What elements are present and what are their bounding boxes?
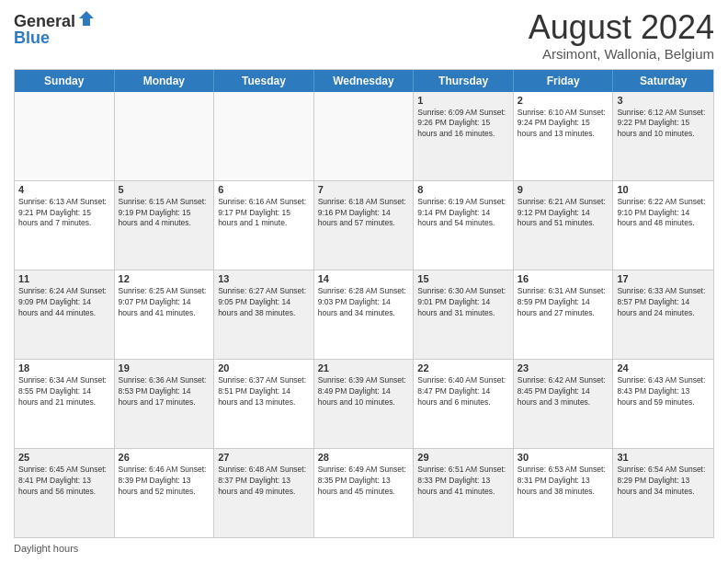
day-number: 2 [518, 95, 609, 106]
day-info: Sunrise: 6:46 AM Sunset: 8:39 PM Dayligh… [119, 465, 210, 498]
day-cell-8: 8Sunrise: 6:19 AM Sunset: 9:14 PM Daylig… [414, 181, 514, 270]
day-info: Sunrise: 6:27 AM Sunset: 9:05 PM Dayligh… [218, 286, 310, 319]
day-info: Sunrise: 6:28 AM Sunset: 9:03 PM Dayligh… [318, 286, 410, 319]
day-number: 31 [617, 452, 710, 463]
day-cell-19: 19Sunrise: 6:36 AM Sunset: 8:53 PM Dayli… [115, 360, 215, 448]
day-cell-3: 3Sunrise: 6:12 AM Sunset: 9:22 PM Daylig… [613, 92, 713, 180]
calendar: SundayMondayTuesdayWednesdayThursdayFrid… [14, 69, 714, 538]
day-number: 24 [617, 362, 710, 373]
day-cell-20: 20Sunrise: 6:37 AM Sunset: 8:51 PM Dayli… [214, 360, 314, 448]
footer-text: Daylight hours [14, 543, 78, 554]
day-info: Sunrise: 6:42 AM Sunset: 8:45 PM Dayligh… [518, 375, 609, 408]
empty-cell [15, 92, 115, 180]
header-day-sunday: Sunday [15, 70, 115, 92]
day-info: Sunrise: 6:18 AM Sunset: 9:16 PM Dayligh… [318, 197, 410, 230]
day-number: 17 [617, 273, 710, 284]
day-number: 13 [218, 273, 310, 284]
header: General Blue August 2024 Arsimont, Wallo… [14, 9, 714, 62]
day-cell-31: 31Sunrise: 6:54 AM Sunset: 8:29 PM Dayli… [613, 449, 713, 537]
day-info: Sunrise: 6:37 AM Sunset: 8:51 PM Dayligh… [218, 375, 310, 408]
calendar-body: 1Sunrise: 6:09 AM Sunset: 9:26 PM Daylig… [15, 92, 713, 537]
header-day-monday: Monday [115, 70, 215, 92]
day-cell-24: 24Sunrise: 6:43 AM Sunset: 8:43 PM Dayli… [613, 360, 713, 448]
header-day-thursday: Thursday [414, 70, 514, 92]
day-number: 4 [18, 184, 110, 195]
day-number: 7 [318, 184, 410, 195]
day-info: Sunrise: 6:54 AM Sunset: 8:29 PM Dayligh… [617, 465, 710, 498]
day-cell-1: 1Sunrise: 6:09 AM Sunset: 9:26 PM Daylig… [414, 92, 514, 180]
svg-marker-0 [79, 11, 94, 26]
day-cell-28: 28Sunrise: 6:49 AM Sunset: 8:35 PM Dayli… [314, 449, 415, 537]
day-info: Sunrise: 6:48 AM Sunset: 8:37 PM Dayligh… [218, 465, 310, 498]
day-cell-27: 27Sunrise: 6:48 AM Sunset: 8:37 PM Dayli… [214, 449, 314, 537]
day-info: Sunrise: 6:40 AM Sunset: 8:47 PM Dayligh… [417, 375, 509, 408]
day-cell-25: 25Sunrise: 6:45 AM Sunset: 8:41 PM Dayli… [15, 449, 115, 537]
day-number: 23 [518, 362, 609, 373]
day-number: 11 [18, 273, 110, 284]
day-cell-13: 13Sunrise: 6:27 AM Sunset: 9:05 PM Dayli… [214, 270, 314, 359]
day-number: 15 [417, 273, 509, 284]
day-number: 27 [218, 452, 310, 463]
day-info: Sunrise: 6:31 AM Sunset: 8:59 PM Dayligh… [518, 286, 609, 319]
day-info: Sunrise: 6:49 AM Sunset: 8:35 PM Dayligh… [318, 465, 410, 498]
day-info: Sunrise: 6:34 AM Sunset: 8:55 PM Dayligh… [18, 375, 110, 408]
footer: Daylight hours [14, 543, 714, 554]
day-info: Sunrise: 6:45 AM Sunset: 8:41 PM Dayligh… [18, 465, 110, 498]
empty-cell [314, 92, 415, 180]
day-number: 6 [218, 184, 310, 195]
day-info: Sunrise: 6:39 AM Sunset: 8:49 PM Dayligh… [318, 375, 410, 408]
day-info: Sunrise: 6:10 AM Sunset: 9:24 PM Dayligh… [518, 108, 609, 141]
header-day-friday: Friday [514, 70, 614, 92]
empty-cell [115, 92, 215, 180]
day-cell-6: 6Sunrise: 6:16 AM Sunset: 9:17 PM Daylig… [214, 181, 314, 270]
day-cell-14: 14Sunrise: 6:28 AM Sunset: 9:03 PM Dayli… [314, 270, 415, 359]
day-number: 1 [417, 95, 509, 106]
day-info: Sunrise: 6:09 AM Sunset: 9:26 PM Dayligh… [417, 108, 509, 141]
day-cell-22: 22Sunrise: 6:40 AM Sunset: 8:47 PM Dayli… [414, 360, 514, 448]
day-cell-10: 10Sunrise: 6:22 AM Sunset: 9:10 PM Dayli… [613, 181, 713, 270]
day-number: 9 [518, 184, 609, 195]
calendar-row-4: 25Sunrise: 6:45 AM Sunset: 8:41 PM Dayli… [15, 449, 713, 537]
day-number: 5 [119, 184, 210, 195]
day-cell-2: 2Sunrise: 6:10 AM Sunset: 9:24 PM Daylig… [514, 92, 614, 180]
day-number: 20 [218, 362, 310, 373]
day-info: Sunrise: 6:22 AM Sunset: 9:10 PM Dayligh… [617, 197, 710, 230]
logo-blue: Blue [14, 29, 96, 48]
day-info: Sunrise: 6:43 AM Sunset: 8:43 PM Dayligh… [617, 375, 710, 408]
day-cell-23: 23Sunrise: 6:42 AM Sunset: 8:45 PM Dayli… [514, 360, 614, 448]
logo-icon [77, 9, 96, 28]
header-day-tuesday: Tuesday [214, 70, 314, 92]
calendar-row-1: 4Sunrise: 6:13 AM Sunset: 9:21 PM Daylig… [15, 181, 713, 270]
calendar-row-2: 11Sunrise: 6:24 AM Sunset: 9:09 PM Dayli… [15, 270, 713, 360]
day-number: 26 [119, 452, 210, 463]
day-info: Sunrise: 6:33 AM Sunset: 8:57 PM Dayligh… [617, 286, 710, 319]
day-cell-21: 21Sunrise: 6:39 AM Sunset: 8:49 PM Dayli… [314, 360, 415, 448]
day-cell-26: 26Sunrise: 6:46 AM Sunset: 8:39 PM Dayli… [115, 449, 215, 537]
day-info: Sunrise: 6:51 AM Sunset: 8:33 PM Dayligh… [417, 465, 509, 498]
day-info: Sunrise: 6:24 AM Sunset: 9:09 PM Dayligh… [18, 286, 110, 319]
day-cell-29: 29Sunrise: 6:51 AM Sunset: 8:33 PM Dayli… [414, 449, 514, 537]
day-info: Sunrise: 6:25 AM Sunset: 9:07 PM Dayligh… [119, 286, 210, 319]
day-info: Sunrise: 6:19 AM Sunset: 9:14 PM Dayligh… [417, 197, 509, 230]
day-info: Sunrise: 6:21 AM Sunset: 9:12 PM Dayligh… [518, 197, 609, 230]
day-number: 28 [318, 452, 410, 463]
day-number: 16 [518, 273, 609, 284]
day-info: Sunrise: 6:53 AM Sunset: 8:31 PM Dayligh… [518, 465, 609, 498]
page: General Blue August 2024 Arsimont, Wallo… [0, 0, 728, 563]
day-number: 30 [518, 452, 609, 463]
location: Arsimont, Wallonia, Belgium [529, 46, 714, 62]
calendar-row-3: 18Sunrise: 6:34 AM Sunset: 8:55 PM Dayli… [15, 360, 713, 449]
day-number: 8 [417, 184, 509, 195]
title-section: August 2024 Arsimont, Wallonia, Belgium [529, 9, 714, 62]
day-cell-5: 5Sunrise: 6:15 AM Sunset: 9:19 PM Daylig… [115, 181, 215, 270]
day-cell-4: 4Sunrise: 6:13 AM Sunset: 9:21 PM Daylig… [15, 181, 115, 270]
day-cell-17: 17Sunrise: 6:33 AM Sunset: 8:57 PM Dayli… [613, 270, 713, 359]
day-info: Sunrise: 6:30 AM Sunset: 9:01 PM Dayligh… [417, 286, 509, 319]
day-number: 10 [617, 184, 710, 195]
day-info: Sunrise: 6:36 AM Sunset: 8:53 PM Dayligh… [119, 375, 210, 408]
day-info: Sunrise: 6:15 AM Sunset: 9:19 PM Dayligh… [119, 197, 210, 230]
day-number: 22 [417, 362, 509, 373]
empty-cell [214, 92, 314, 180]
day-number: 25 [18, 452, 110, 463]
day-info: Sunrise: 6:13 AM Sunset: 9:21 PM Dayligh… [18, 197, 110, 230]
